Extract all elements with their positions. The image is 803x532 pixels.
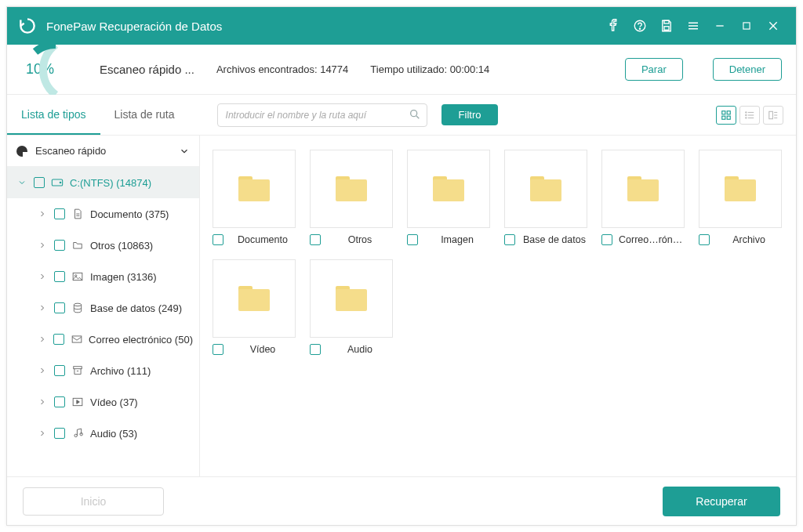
view-detail-icon[interactable] (763, 106, 783, 125)
tree-root-quick-scan[interactable]: Escaneo rápido (7, 136, 199, 167)
maximize-icon[interactable] (733, 13, 760, 39)
svg-rect-35 (74, 367, 82, 369)
folder-label: Correo…rónico (619, 234, 685, 245)
checkbox[interactable] (213, 344, 223, 355)
search-input[interactable] (217, 103, 427, 127)
folder-label: Imagen (424, 234, 490, 245)
svg-line-12 (416, 116, 419, 118)
folder-card[interactable]: Vídeo (213, 259, 296, 355)
tree-item-others[interactable]: Otros (10863) (7, 230, 199, 261)
app-logo-icon (16, 15, 38, 37)
progress-indicator: 10% (21, 45, 78, 95)
close-icon[interactable] (760, 13, 787, 39)
svg-rect-16 (727, 116, 730, 119)
folder-card[interactable]: Imagen (407, 150, 490, 245)
tree-item-image[interactable]: Imagen (3136) (7, 261, 199, 292)
folder-card[interactable]: Correo…rónico (601, 150, 685, 245)
checkbox[interactable] (699, 234, 710, 245)
audio-icon (71, 428, 84, 439)
checkbox[interactable] (54, 271, 65, 282)
checkbox[interactable] (54, 428, 65, 439)
elapsed-time-label: Tiempo utilizado: 00:00:14 (370, 63, 489, 75)
folder-icon (336, 286, 367, 311)
document-icon (71, 208, 84, 219)
feedback-icon[interactable] (627, 13, 653, 39)
folder-card[interactable]: Otros (310, 150, 393, 245)
database-icon (71, 302, 84, 313)
folder-label: Otros (327, 234, 393, 245)
image-icon (71, 272, 84, 281)
checkbox[interactable] (310, 234, 321, 245)
facebook-icon[interactable] (600, 13, 627, 39)
svg-rect-3 (664, 27, 669, 31)
folder-card[interactable]: Base de datos (504, 150, 587, 245)
recover-button[interactable]: Recuperar (663, 487, 780, 516)
checkbox[interactable] (53, 334, 64, 345)
checkbox[interactable] (310, 344, 321, 355)
folder-thumbnail (504, 150, 587, 228)
title-bar: FonePaw Recuperación de Datos (7, 7, 796, 45)
tab-path-list[interactable]: Lista de ruta (100, 95, 189, 135)
svg-point-33 (74, 303, 81, 306)
tree-item-label: Archivo (111) (90, 365, 151, 377)
folder-icon (71, 241, 84, 250)
checkbox[interactable] (54, 365, 65, 376)
pause-button[interactable]: Parar (625, 58, 683, 81)
minimize-icon[interactable] (707, 13, 733, 39)
folder-thumbnail (601, 150, 685, 228)
tree-item-label: Imagen (3136) (90, 271, 157, 283)
tree-item-document[interactable]: Documento (375) (7, 198, 199, 230)
checkbox[interactable] (54, 302, 65, 313)
tree-item-archive[interactable]: Archivo (111) (7, 355, 199, 386)
start-button[interactable]: Inicio (23, 487, 164, 516)
menu-icon[interactable] (680, 13, 707, 39)
filter-button[interactable]: Filtro (441, 104, 499, 125)
checkbox[interactable] (54, 208, 65, 219)
folder-thumbnail (213, 150, 296, 228)
checkbox[interactable] (54, 240, 65, 251)
folder-icon (238, 176, 270, 201)
folder-icon (725, 176, 756, 201)
checkbox[interactable] (34, 177, 45, 188)
checkbox[interactable] (407, 234, 418, 245)
svg-point-22 (746, 117, 747, 118)
checkbox[interactable] (213, 234, 223, 245)
chevron-right-icon (37, 272, 48, 281)
view-grid-icon[interactable] (716, 106, 736, 125)
search-icon[interactable] (409, 108, 421, 124)
chevron-right-icon (37, 397, 48, 407)
sidebar: Escaneo rápido C:(NTFS) (14874) Document… (7, 136, 200, 476)
folder-card[interactable]: Audio (310, 259, 393, 355)
checkbox[interactable] (601, 234, 612, 245)
tab-type-list[interactable]: Lista de tipos (7, 95, 100, 135)
view-list-icon[interactable] (739, 106, 760, 125)
tree-drive-c[interactable]: C:(NTFS) (14874) (7, 167, 199, 198)
svg-rect-15 (722, 116, 725, 119)
svg-point-39 (74, 434, 78, 437)
tree-item-audio[interactable]: Audio (53) (7, 418, 199, 449)
svg-point-21 (746, 114, 747, 115)
toolbar: Lista de tipos Lista de ruta Filtro (7, 95, 796, 136)
svg-rect-8 (743, 23, 750, 29)
chevron-down-icon (16, 178, 27, 187)
folder-label: Audio (327, 344, 393, 355)
folder-label: Base de datos (521, 234, 587, 245)
tree-item-video[interactable]: Vídeo (37) (7, 386, 199, 418)
folder-thumbnail (213, 259, 296, 338)
checkbox[interactable] (54, 396, 65, 407)
save-icon[interactable] (653, 13, 680, 39)
app-window: FonePaw Recuperación de Datos 10% Escan (6, 6, 797, 526)
folder-card[interactable]: Archivo (699, 150, 782, 245)
view-tabs: Lista de tipos Lista de ruta (7, 95, 189, 135)
tree-item-database[interactable]: Base de datos (249) (7, 292, 199, 324)
folder-icon (627, 176, 659, 201)
tree-item-email[interactable]: Correo electrónico (50) (7, 324, 199, 355)
chevron-down-icon (179, 146, 190, 157)
folder-card[interactable]: Documento (213, 150, 296, 245)
chevron-right-icon (37, 366, 48, 375)
folder-label: Documento (230, 234, 296, 245)
chevron-right-icon (37, 241, 48, 250)
stop-button[interactable]: Detener (713, 58, 782, 81)
checkbox[interactable] (504, 234, 515, 245)
content-grid: Documento Otros Imagen Base de datos Cor… (200, 136, 796, 476)
